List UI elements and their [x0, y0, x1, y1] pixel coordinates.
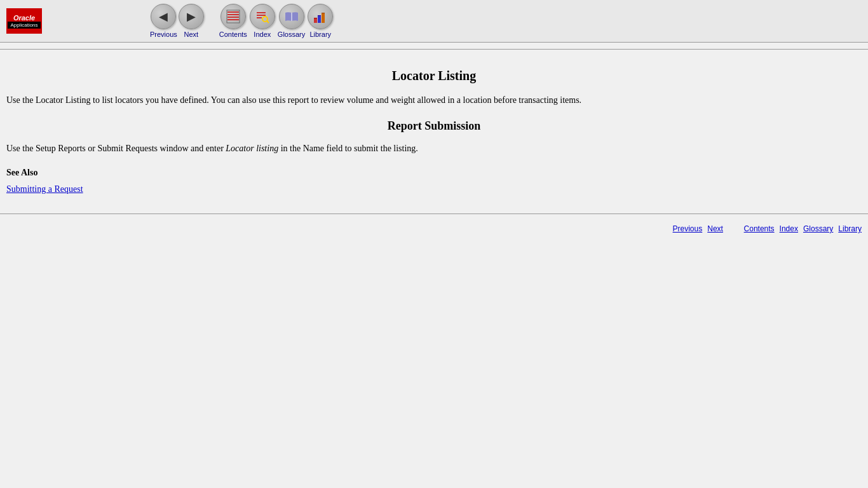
bottom-next-link[interactable]: Next	[707, 224, 723, 233]
glossary-icon	[279, 4, 304, 29]
prev-next-group: ◀ Previous ▶ Next	[150, 4, 333, 38]
glossary-label: Glossary	[278, 30, 305, 38]
top-divider	[0, 49, 868, 50]
contents-button[interactable]: Contents	[219, 4, 247, 38]
oracle-logo: Oracle Applications	[6, 8, 42, 34]
svg-rect-5	[257, 12, 266, 13]
previous-icon: ◀	[151, 4, 176, 29]
svg-rect-16	[322, 13, 325, 13]
see-also-title: See Also	[6, 168, 862, 178]
contents-icon	[220, 4, 246, 29]
index-label: Index	[254, 30, 271, 38]
svg-rect-1	[227, 14, 239, 15]
previous-label: Previous	[150, 30, 177, 38]
report-section-text: Use the Setup Reports or Submit Requests…	[6, 142, 862, 155]
library-label: Library	[309, 30, 331, 38]
bottom-divider	[0, 214, 868, 214]
main-content: Locator Listing Use the Locator Listing …	[0, 56, 868, 207]
index-button[interactable]: Index	[250, 4, 275, 38]
reference-nav-group: Contents Index	[219, 4, 333, 38]
bottom-library-link[interactable]: Library	[838, 224, 862, 233]
logo-apps-text: Applications	[8, 22, 41, 29]
library-button[interactable]: Library	[308, 4, 333, 38]
bottom-nav-spacer	[728, 224, 739, 233]
intro-text: Use the Locator Listing to list locators…	[6, 93, 862, 107]
svg-rect-2	[227, 17, 239, 18]
contents-label: Contents	[219, 30, 247, 38]
report-text-before: Use the Setup Reports or Submit Requests…	[6, 144, 226, 153]
report-text-after: in the Name field to submit the listing.	[278, 144, 418, 153]
svg-rect-6	[257, 15, 266, 16]
svg-line-9	[267, 21, 269, 23]
page-title: Locator Listing	[6, 69, 862, 83]
previous-button[interactable]: ◀ Previous	[150, 4, 177, 38]
bottom-contents-link[interactable]: Contents	[744, 224, 775, 233]
svg-rect-7	[257, 17, 262, 18]
glossary-button[interactable]: Glossary	[278, 4, 305, 38]
report-section-title: Report Submission	[6, 119, 862, 133]
bottom-glossary-link[interactable]: Glossary	[803, 224, 833, 233]
bottom-previous-link[interactable]: Previous	[673, 224, 703, 233]
svg-rect-14	[314, 18, 317, 18]
svg-rect-13	[322, 13, 325, 23]
bottom-nav-bar: Previous Next Contents Index Glossary Li…	[0, 220, 868, 237]
index-icon	[250, 4, 275, 29]
svg-rect-0	[227, 11, 239, 13]
svg-point-8	[262, 17, 268, 22]
svg-rect-11	[314, 18, 317, 23]
svg-rect-15	[318, 15, 321, 16]
svg-rect-12	[318, 16, 321, 23]
submitting-a-request-link[interactable]: Submitting a Request	[6, 184, 83, 194]
next-label: Next	[184, 30, 198, 38]
next-icon: ▶	[179, 4, 204, 29]
svg-rect-3	[227, 19, 239, 20]
logo-oracle-text: Oracle	[13, 14, 35, 22]
bottom-index-link[interactable]: Index	[780, 224, 798, 233]
library-icon	[308, 4, 333, 29]
report-text-italic: Locator listing	[226, 144, 278, 153]
top-nav-bar: Oracle Applications ◀ Previous ▶ Next	[0, 0, 868, 43]
next-button[interactable]: ▶ Next	[179, 4, 204, 38]
